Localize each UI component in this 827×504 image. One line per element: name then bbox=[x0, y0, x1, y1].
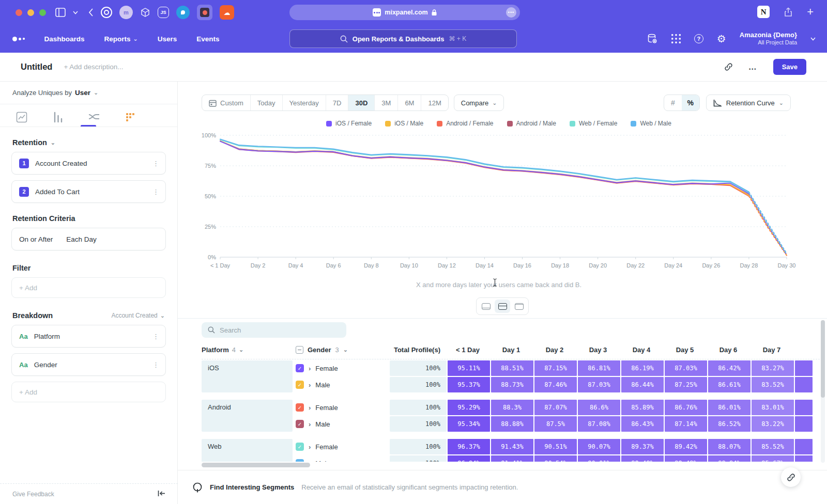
report-title[interactable]: Untitled bbox=[21, 62, 52, 72]
new-tab-icon[interactable]: + bbox=[807, 5, 814, 19]
day-column-header[interactable]: Day 5 bbox=[664, 346, 706, 354]
table-search[interactable] bbox=[202, 322, 346, 338]
expand-row-icon[interactable]: › bbox=[309, 381, 311, 389]
tab-retention[interactable] bbox=[123, 109, 137, 125]
scrollbar-thumb[interactable] bbox=[202, 463, 310, 467]
legend-item[interactable]: Android / Female bbox=[437, 120, 493, 127]
day-column-header[interactable]: < 1 Day bbox=[447, 346, 489, 354]
share-link-floating-button[interactable] bbox=[781, 467, 801, 487]
indeterminate-checkbox[interactable] bbox=[296, 346, 303, 354]
legend-item[interactable]: Web / Female bbox=[570, 120, 617, 127]
row-checkbox[interactable]: ✓ bbox=[296, 459, 304, 462]
criteria-mode[interactable]: On or After bbox=[19, 235, 53, 243]
zoom-window-button[interactable] bbox=[39, 9, 46, 16]
kebab-menu-icon[interactable]: ⋮ bbox=[152, 160, 159, 167]
add-description-placeholder[interactable]: + Add description... bbox=[64, 63, 123, 71]
row-checkbox[interactable]: ✓ bbox=[296, 364, 304, 372]
vertical-scrollbar[interactable] bbox=[821, 320, 825, 463]
chevron-down-icon[interactable] bbox=[73, 11, 78, 14]
address-menu-icon[interactable]: ••• bbox=[506, 7, 516, 18]
row-checkbox[interactable]: ✓ bbox=[296, 381, 304, 389]
range-12m[interactable]: 12M bbox=[421, 95, 448, 111]
expand-row-icon[interactable]: › bbox=[309, 365, 311, 372]
more-options-icon[interactable]: … bbox=[748, 62, 758, 72]
soundcloud-extension-icon[interactable]: ☁ bbox=[220, 5, 234, 20]
nav-item-dashboards[interactable]: Dashboards bbox=[44, 35, 85, 43]
retention-criteria-card[interactable]: On or After Each Day bbox=[11, 228, 166, 250]
nav-item-users[interactable]: Users bbox=[158, 35, 177, 43]
day-column-header[interactable]: Day 3 bbox=[577, 346, 619, 354]
horizontal-scrollbar[interactable] bbox=[202, 463, 796, 467]
sidebar-toggle-icon[interactable] bbox=[55, 8, 66, 17]
search-input[interactable] bbox=[220, 326, 333, 334]
add-breakdown-button[interactable]: + Add bbox=[11, 382, 166, 402]
share-icon[interactable] bbox=[784, 7, 792, 17]
total-profiles-header[interactable]: Total Profile(s) bbox=[390, 346, 447, 354]
breakdown-platform[interactable]: Aa Platform ⋮ bbox=[11, 325, 166, 348]
range-custom[interactable]: Custom bbox=[202, 95, 251, 111]
platform-column-header[interactable]: Platform4⌄ bbox=[202, 346, 293, 354]
address-bar[interactable]: mixpanel.com ••• bbox=[289, 5, 520, 20]
retention-step-account-created[interactable]: 1 Account Created ⋮ bbox=[11, 152, 166, 175]
retention-step-added-to-cart[interactable]: 2 Added To Cart ⋮ bbox=[11, 180, 166, 203]
criteria-interval[interactable]: Each Day bbox=[66, 235, 97, 243]
day-column-header[interactable]: Day 7 bbox=[751, 346, 793, 354]
give-feedback-link[interactable]: Give Feedback bbox=[12, 491, 54, 498]
count-toggle[interactable]: # bbox=[664, 95, 682, 111]
copy-link-icon[interactable] bbox=[724, 62, 733, 71]
close-window-button[interactable] bbox=[16, 9, 22, 16]
data-management-icon[interactable] bbox=[647, 33, 658, 44]
minimize-window-button[interactable] bbox=[27, 9, 34, 16]
range-30d[interactable]: 30D bbox=[348, 95, 375, 111]
help-icon[interactable]: ? bbox=[694, 34, 703, 43]
legend-item[interactable]: iOS / Female bbox=[326, 120, 372, 127]
kebab-menu-icon[interactable]: ⋮ bbox=[152, 361, 159, 369]
add-filter-button[interactable]: + Add bbox=[11, 277, 166, 298]
row-checkbox[interactable]: ✓ bbox=[296, 443, 304, 451]
day-column-header[interactable]: Day 6 bbox=[707, 346, 749, 354]
legend-item[interactable]: iOS / Male bbox=[385, 120, 423, 127]
mixpanel-logo[interactable] bbox=[12, 37, 25, 41]
browser-extension-icon[interactable] bbox=[176, 6, 190, 19]
day-column-header[interactable]: Day 4 bbox=[620, 346, 663, 354]
browser-extension-icon[interactable]: m bbox=[119, 6, 133, 19]
apps-grid-icon[interactable] bbox=[671, 34, 681, 43]
expand-row-icon[interactable]: › bbox=[309, 460, 311, 462]
compare-button[interactable]: Compare⌄ bbox=[454, 94, 504, 111]
kebab-menu-icon[interactable]: ⋮ bbox=[152, 188, 159, 196]
open-reports-search-button[interactable]: Open Reports & Dashboards ⌘ + K bbox=[289, 29, 517, 48]
notion-icon[interactable]: N bbox=[757, 6, 770, 18]
js-extension-icon[interactable]: JS bbox=[158, 7, 169, 18]
retention-section-header[interactable]: Retention⌄ bbox=[12, 138, 165, 147]
save-button[interactable]: Save bbox=[773, 59, 806, 75]
range-6m[interactable]: 6M bbox=[398, 95, 421, 111]
browser-extension-icon[interactable] bbox=[101, 7, 112, 18]
collapse-sidebar-icon[interactable] bbox=[158, 490, 165, 499]
split-view-button[interactable] bbox=[495, 300, 510, 313]
percent-toggle[interactable]: % bbox=[682, 95, 699, 111]
tab-insights[interactable] bbox=[14, 109, 29, 125]
range-7d[interactable]: 7D bbox=[326, 95, 349, 111]
breakdown-scope-selector[interactable]: Account Created⌄ bbox=[111, 312, 165, 319]
settings-gear-icon[interactable]: ⚙ bbox=[717, 33, 726, 45]
table-only-view-button[interactable] bbox=[511, 300, 527, 313]
expand-row-icon[interactable]: › bbox=[309, 404, 311, 412]
breakdown-gender[interactable]: Aa Gender ⋮ bbox=[11, 353, 166, 376]
day-column-header[interactable]: Day 2 bbox=[533, 346, 576, 354]
day-column-header[interactable]: Day 1 bbox=[490, 346, 532, 354]
cube-icon[interactable] bbox=[140, 7, 150, 18]
chart-only-view-button[interactable] bbox=[478, 300, 494, 313]
row-checkbox[interactable]: ✓ bbox=[296, 403, 304, 412]
row-checkbox[interactable]: ✓ bbox=[296, 420, 304, 428]
range-today[interactable]: Today bbox=[251, 95, 283, 111]
gender-column-header[interactable]: Gender3⌄ bbox=[293, 346, 390, 354]
scrollbar-thumb[interactable] bbox=[821, 320, 825, 398]
active-tab-extension-icon[interactable] bbox=[197, 5, 212, 20]
expand-row-icon[interactable]: › bbox=[309, 443, 311, 451]
segments-title[interactable]: Find Interesting Segments bbox=[210, 483, 294, 491]
legend-item[interactable]: Android / Male bbox=[507, 120, 556, 127]
tab-flows[interactable] bbox=[87, 109, 101, 125]
nav-item-events[interactable]: Events bbox=[196, 35, 219, 43]
window-controls[interactable] bbox=[16, 9, 46, 16]
project-switcher[interactable]: Amazonia {Demo} All Project Data bbox=[740, 31, 797, 46]
